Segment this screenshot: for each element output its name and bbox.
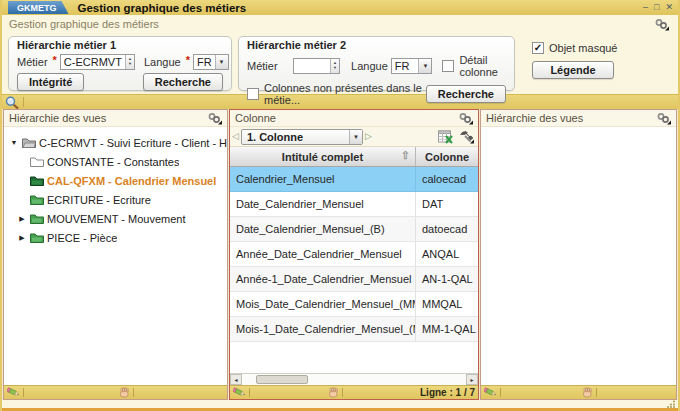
line-counter: Ligne : 1 / 7 (420, 387, 475, 398)
tree-item-constante[interactable]: CONSTANTE - Constantes (4, 152, 227, 171)
folder-green-icon (30, 232, 44, 244)
export-excel-icon[interactable] (438, 130, 454, 144)
tree-item-label: MOUVEMENT - Mouvement (47, 213, 186, 225)
tree-item-ecriture[interactable]: ECRITURE - Ecriture (4, 190, 227, 209)
recherche1-button[interactable]: Recherche (143, 73, 223, 91)
minimize-icon[interactable]: – (643, 3, 648, 12)
cell-colonne: ANQAL (416, 242, 478, 266)
column-selector-row: ◁ 1. Colonne ▼ ▷ (230, 127, 478, 147)
hand-icon (118, 387, 130, 398)
folder-white-icon (30, 156, 44, 168)
group-hierarchie-metier-1: Hiérarchie métier 1 Métier * C-ECRMVT ▲▼… (8, 36, 232, 91)
recherche2-button[interactable]: Recherche (426, 85, 506, 103)
tree-item-label: ECRITURE - Ecriture (47, 194, 151, 206)
form-area: Hiérarchie métier 1 Métier * C-ECRMVT ▲▼… (2, 33, 678, 94)
middle-panel: Colonne ◁ 1. Colonne ▼ ▷ (229, 109, 479, 400)
link-icon[interactable] (207, 112, 223, 125)
langue2-select[interactable]: FR ▼ (391, 58, 433, 74)
right-panel-header: Hiérarchie des vues (481, 110, 676, 127)
cell-colonne: MM-1-QAL (416, 317, 478, 341)
langue2-label: Langue (351, 60, 388, 72)
table-row[interactable]: Mois-1_Date_Calendrier_Mensuel_(M MM-1-Q… (230, 317, 478, 342)
header-intitule-complet[interactable]: Intitulé complet ⇧ (230, 147, 416, 166)
table-row[interactable]: Date_Calendrier_Mensuel_(B) datoecad (230, 217, 478, 242)
expander-closed-icon[interactable]: ▶ (17, 215, 27, 223)
metier2-input[interactable]: ▲▼ (293, 58, 340, 74)
tree-item-label: PIECE - Pièce (47, 232, 117, 244)
table-row[interactable]: Année-1_Date_Calendrier_Mensuel AN-1-QAL (230, 267, 478, 292)
scroll-left-icon[interactable]: ◄ (230, 374, 242, 385)
tools-hammer-icon[interactable] (459, 130, 474, 144)
sort-ascending-icon[interactable]: ⇧ (401, 149, 410, 162)
tree-item-label: CONSTANTE - Constantes (47, 156, 179, 168)
scrollbar-track[interactable] (242, 374, 466, 385)
scroll-right-icon[interactable]: ► (466, 374, 478, 385)
link-icon[interactable] (656, 112, 672, 125)
cell-intitule: Année-1_Date_Calendrier_Mensuel (230, 267, 416, 291)
cell-colonne: AN-1-QAL (416, 267, 478, 291)
required-marker: * (53, 54, 57, 66)
cell-colonne: DAT (416, 192, 478, 216)
folder-green-icon (30, 213, 44, 225)
views-tree: ▼ C-ECRMVT - Suivi Ecriture - Client - H… (4, 127, 227, 385)
link-icon[interactable] (458, 112, 474, 125)
tree-item-root[interactable]: ▼ C-ECRMVT - Suivi Ecriture - Client - H… (4, 133, 227, 152)
chevron-down-icon[interactable]: ▼ (349, 130, 362, 144)
objet-masque-checkbox[interactable]: ✓ (532, 42, 544, 54)
cell-colonne: caloecad (416, 167, 478, 191)
table-row[interactable]: Mois_Date_Calendrier_Mensuel_(MM MMQAL (230, 292, 478, 317)
tree-item-label: C-ECRMVT - Suivi Ecriture - Client - HS … (39, 137, 227, 149)
chevron-down-icon[interactable]: ▼ (215, 55, 228, 69)
header-colonne[interactable]: Colonne (416, 147, 478, 166)
toolbar-title: Gestion graphique des métiers (9, 18, 654, 30)
langue1-select[interactable]: FR ▼ (193, 54, 229, 70)
expander-open-icon[interactable]: ▼ (9, 139, 19, 146)
spinner-icon[interactable]: ▲▼ (125, 55, 134, 69)
langue2-value: FR (392, 59, 419, 73)
divider (23, 97, 24, 107)
tree-item-piece[interactable]: ▶ PIECE - Pièce (4, 228, 227, 247)
search-icon[interactable] (5, 96, 19, 109)
required-marker: * (186, 54, 190, 66)
link-icon[interactable] (654, 18, 670, 31)
tree-item-label: CAL-QFXM - Calendrier Mensuel (47, 175, 216, 187)
chevron-down-icon[interactable]: ▼ (418, 59, 431, 73)
left-status-bar (4, 385, 227, 399)
middle-panel-header: Colonne (230, 110, 478, 127)
nav-prev-icon[interactable]: ◁ (232, 132, 239, 141)
column-selector[interactable]: 1. Colonne ▼ (241, 129, 363, 145)
tree-item-mouvement[interactable]: ▶ MOUVEMENT - Mouvement (4, 209, 227, 228)
metier1-input[interactable]: C-ECRMVT ▲▼ (60, 54, 135, 70)
left-panel: Hiérarchie des vues ▼ C-ECRMVT - Suivi E… (3, 109, 228, 400)
metier2-label: Métier (247, 60, 278, 72)
middle-panel-title: Colonne (235, 112, 458, 124)
detail-colonne-checkbox[interactable] (442, 60, 454, 72)
folder-green-icon (30, 194, 44, 206)
spinner-icon[interactable]: ▲▼ (330, 59, 339, 73)
horizontal-scrollbar[interactable]: ◄ ► (230, 373, 478, 385)
hand-icon (581, 387, 593, 398)
main-panels: Hiérarchie des vues ▼ C-ECRMVT - Suivi E… (2, 109, 678, 400)
cell-colonne: datoecad (416, 217, 478, 241)
table-row[interactable]: Année_Date_Calendrier_Mensuel ANQAL (230, 242, 478, 267)
table-row[interactable]: Calendrier_Mensuel caloecad (230, 167, 478, 192)
app-code-badge: GKMETG (8, 1, 69, 14)
columns-table: Intitulé complet ⇧ Colonne Calendrier_Me… (230, 147, 478, 373)
maximize-icon[interactable]: □ (654, 3, 659, 12)
colonnes-non-presentes-label: Colonnes non présentes dans le métie... (264, 82, 423, 106)
expander-closed-icon[interactable]: ▶ (17, 234, 27, 242)
hand-icon (327, 387, 339, 398)
tree-item-cal-qfxm[interactable]: CAL-QFXM - Calendrier Mensuel (4, 171, 227, 190)
nav-next-icon[interactable]: ▷ (365, 132, 372, 141)
integrite-button[interactable]: Intégrité (17, 73, 84, 91)
right-panel: Hiérarchie des vues (480, 109, 677, 400)
window-controls: – □ ✕ (643, 3, 673, 12)
scrollbar-thumb[interactable] (256, 375, 308, 384)
metier1-label: Métier (17, 56, 48, 68)
table-row[interactable]: Date_Calendrier_Mensuel DAT (230, 192, 478, 217)
close-icon[interactable]: ✕ (665, 3, 673, 12)
app-window: GKMETG Gestion graphique des métiers – □… (0, 0, 680, 411)
colonnes-non-presentes-checkbox[interactable] (247, 88, 259, 100)
legende-button[interactable]: Légende (532, 61, 614, 79)
resize-grip[interactable] (666, 400, 676, 408)
